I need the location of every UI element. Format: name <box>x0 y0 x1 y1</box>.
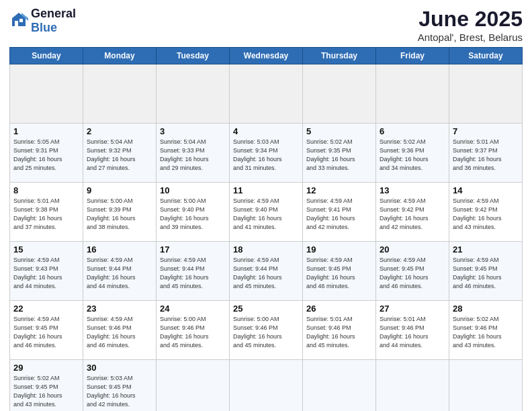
day-number: 23 <box>87 304 152 314</box>
day-number: 11 <box>233 185 299 195</box>
day-number: 7 <box>453 126 519 136</box>
day-info: Sunrise: 5:03 AM Sunset: 9:34 PM Dayligh… <box>233 138 299 173</box>
day-info: Sunrise: 4:59 AM Sunset: 9:44 PM Dayligh… <box>233 256 299 291</box>
table-row: 1Sunrise: 5:05 AM Sunset: 9:31 PM Daylig… <box>10 124 83 183</box>
table-row <box>230 64 303 124</box>
table-row: 7Sunrise: 5:01 AM Sunset: 9:37 PM Daylig… <box>449 124 523 183</box>
day-info: Sunrise: 4:59 AM Sunset: 9:45 PM Dayligh… <box>13 315 79 350</box>
day-number: 24 <box>160 304 226 314</box>
day-number: 19 <box>306 244 372 255</box>
table-row: 29Sunrise: 5:02 AM Sunset: 9:45 PM Dayli… <box>10 360 83 412</box>
logo-general: General <box>31 7 76 20</box>
table-row: 17Sunrise: 4:59 AM Sunset: 9:44 PM Dayli… <box>157 242 230 301</box>
day-info: Sunrise: 5:04 AM Sunset: 9:33 PM Dayligh… <box>160 138 226 173</box>
table-row <box>157 360 230 412</box>
table-row <box>449 360 523 412</box>
day-number: 25 <box>233 304 299 314</box>
day-info: Sunrise: 5:05 AM Sunset: 9:31 PM Dayligh… <box>13 138 79 173</box>
day-info: Sunrise: 4:59 AM Sunset: 9:45 PM Dayligh… <box>453 256 519 291</box>
day-info: Sunrise: 5:03 AM Sunset: 9:45 PM Dayligh… <box>87 374 152 409</box>
day-info: Sunrise: 4:59 AM Sunset: 9:42 PM Dayligh… <box>380 197 445 232</box>
table-row: 9Sunrise: 5:00 AM Sunset: 9:39 PM Daylig… <box>83 183 157 242</box>
day-number: 6 <box>380 126 445 136</box>
table-row: 10Sunrise: 5:00 AM Sunset: 9:40 PM Dayli… <box>157 183 230 242</box>
day-info: Sunrise: 4:59 AM Sunset: 9:45 PM Dayligh… <box>306 256 372 291</box>
day-number: 9 <box>87 185 152 195</box>
day-info: Sunrise: 4:59 AM Sunset: 9:44 PM Dayligh… <box>160 256 226 291</box>
title-location: Antopal', Brest, Belarus <box>418 32 523 43</box>
day-number: 26 <box>306 304 372 314</box>
day-info: Sunrise: 4:59 AM Sunset: 9:45 PM Dayligh… <box>380 256 445 291</box>
table-row: 26Sunrise: 5:01 AM Sunset: 9:46 PM Dayli… <box>303 301 376 360</box>
table-row <box>10 64 83 124</box>
day-number: 13 <box>380 185 445 195</box>
table-row: 24Sunrise: 5:00 AM Sunset: 9:46 PM Dayli… <box>157 301 230 360</box>
day-number: 1 <box>13 126 79 136</box>
table-row: 20Sunrise: 4:59 AM Sunset: 9:45 PM Dayli… <box>376 242 449 301</box>
day-number: 15 <box>13 244 79 255</box>
day-info: Sunrise: 5:02 AM Sunset: 9:46 PM Dayligh… <box>453 315 519 350</box>
day-info: Sunrise: 5:00 AM Sunset: 9:46 PM Dayligh… <box>233 315 299 350</box>
table-row: 5Sunrise: 5:02 AM Sunset: 9:35 PM Daylig… <box>303 124 376 183</box>
day-number: 12 <box>306 185 372 195</box>
day-number: 17 <box>160 244 226 255</box>
day-info: Sunrise: 4:59 AM Sunset: 9:44 PM Dayligh… <box>87 256 152 291</box>
table-row <box>303 64 376 124</box>
table-row <box>376 360 449 412</box>
day-number: 28 <box>453 304 519 314</box>
table-row: 19Sunrise: 4:59 AM Sunset: 9:45 PM Dayli… <box>303 242 376 301</box>
day-info: Sunrise: 5:01 AM Sunset: 9:37 PM Dayligh… <box>453 138 519 173</box>
day-info: Sunrise: 4:59 AM Sunset: 9:43 PM Dayligh… <box>13 256 79 291</box>
table-row: 12Sunrise: 4:59 AM Sunset: 9:41 PM Dayli… <box>303 183 376 242</box>
day-number: 8 <box>13 185 79 195</box>
col-saturday: Saturday <box>449 48 523 64</box>
day-info: Sunrise: 5:02 AM Sunset: 9:35 PM Dayligh… <box>306 138 372 173</box>
day-info: Sunrise: 5:04 AM Sunset: 9:32 PM Dayligh… <box>87 138 152 173</box>
table-row: 8Sunrise: 5:01 AM Sunset: 9:38 PM Daylig… <box>10 183 83 242</box>
table-row: 21Sunrise: 4:59 AM Sunset: 9:45 PM Dayli… <box>449 242 523 301</box>
day-number: 29 <box>13 363 79 373</box>
day-number: 27 <box>380 304 445 314</box>
table-row: 28Sunrise: 5:02 AM Sunset: 9:46 PM Dayli… <box>449 301 523 360</box>
title-month: June 2025 <box>418 7 523 32</box>
table-row: 11Sunrise: 4:59 AM Sunset: 9:40 PM Dayli… <box>230 183 303 242</box>
day-info: Sunrise: 5:00 AM Sunset: 9:39 PM Dayligh… <box>87 197 152 232</box>
table-row: 22Sunrise: 4:59 AM Sunset: 9:45 PM Dayli… <box>10 301 83 360</box>
logo-icon <box>9 11 28 30</box>
day-number: 18 <box>233 244 299 255</box>
table-row: 4Sunrise: 5:03 AM Sunset: 9:34 PM Daylig… <box>230 124 303 183</box>
logo: General Blue <box>9 7 76 35</box>
table-row: 15Sunrise: 4:59 AM Sunset: 9:43 PM Dayli… <box>10 242 83 301</box>
col-tuesday: Tuesday <box>157 48 230 64</box>
col-sunday: Sunday <box>10 48 83 64</box>
calendar-header-row: Sunday Monday Tuesday Wednesday Thursday… <box>10 48 523 64</box>
day-info: Sunrise: 5:01 AM Sunset: 9:38 PM Dayligh… <box>13 197 79 232</box>
table-row: 27Sunrise: 5:01 AM Sunset: 9:46 PM Dayli… <box>376 301 449 360</box>
day-info: Sunrise: 4:59 AM Sunset: 9:41 PM Dayligh… <box>306 197 372 232</box>
table-row: 6Sunrise: 5:02 AM Sunset: 9:36 PM Daylig… <box>376 124 449 183</box>
day-number: 21 <box>453 244 519 255</box>
day-number: 30 <box>87 363 152 373</box>
svg-rect-3 <box>19 19 23 22</box>
day-number: 14 <box>453 185 519 195</box>
table-row: 13Sunrise: 4:59 AM Sunset: 9:42 PM Dayli… <box>376 183 449 242</box>
table-row: 14Sunrise: 4:59 AM Sunset: 9:42 PM Dayli… <box>449 183 523 242</box>
calendar-table: Sunday Monday Tuesday Wednesday Thursday… <box>9 47 523 411</box>
day-number: 20 <box>380 244 445 255</box>
col-wednesday: Wednesday <box>230 48 303 64</box>
day-number: 10 <box>160 185 226 195</box>
day-number: 22 <box>13 304 79 314</box>
table-row <box>230 360 303 412</box>
day-number: 2 <box>87 126 152 136</box>
table-row: 23Sunrise: 4:59 AM Sunset: 9:46 PM Dayli… <box>83 301 157 360</box>
page: General Blue June 2025 Antopal', Brest, … <box>0 0 532 411</box>
logo-text: General Blue <box>31 7 76 35</box>
table-row: 18Sunrise: 4:59 AM Sunset: 9:44 PM Dayli… <box>230 242 303 301</box>
col-thursday: Thursday <box>303 48 376 64</box>
day-info: Sunrise: 4:59 AM Sunset: 9:42 PM Dayligh… <box>453 197 519 232</box>
col-friday: Friday <box>376 48 449 64</box>
day-info: Sunrise: 4:59 AM Sunset: 9:40 PM Dayligh… <box>233 197 299 232</box>
table-row <box>303 360 376 412</box>
table-row <box>449 64 523 124</box>
day-info: Sunrise: 4:59 AM Sunset: 9:46 PM Dayligh… <box>87 315 152 350</box>
